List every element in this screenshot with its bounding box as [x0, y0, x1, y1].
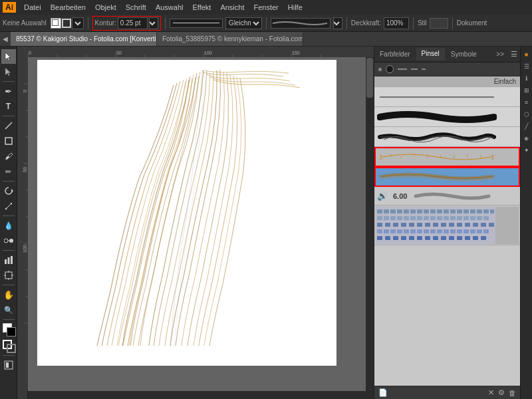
menu-auswahl[interactable]: Auswahl [152, 2, 188, 13]
tool-zoom[interactable]: 🔍 [1, 303, 16, 317]
stroke-type-select[interactable]: Gleichm. [225, 17, 262, 29]
tab-farbfelder[interactable]: Farbfelder [374, 49, 416, 60]
tool-type[interactable]: T [1, 99, 16, 114]
svg-rect-19 [17, 47, 374, 57]
new-brush-icon[interactable]: 📄 [378, 388, 388, 397]
tool-direct-selection[interactable] [1, 65, 16, 79]
panel-menu-icon[interactable]: ☰ [508, 50, 520, 59]
menu-effekt[interactable]: Effekt [188, 2, 215, 13]
kontur-unit-select[interactable]: ▾ [149, 17, 158, 29]
tab-2-label: Fotolia_53885975 © kennykieman - Fotolia… [162, 35, 303, 43]
brush-size-row[interactable]: 🔊 6.00 [374, 187, 520, 205]
graphic-styles-icon[interactable]: ✦ [521, 145, 532, 156]
menu-ansicht[interactable]: Ansicht [216, 2, 248, 13]
brush-dot-option[interactable] [378, 68, 382, 71]
menu-fenster[interactable]: Fenster [249, 2, 282, 13]
tab-pinsel[interactable]: Pinsel [416, 48, 446, 61]
layers-icon[interactable]: ☰ [521, 61, 532, 72]
svg-rect-81 [404, 216, 409, 220]
brush-list: Einfach [374, 76, 520, 386]
color-panel-icon[interactable]: ■ [521, 49, 532, 60]
svg-marker-2 [11, 189, 13, 193]
tool-sep-7 [3, 319, 15, 320]
svg-rect-99 [417, 223, 422, 227]
brush-dash-option-1[interactable] [398, 68, 407, 70]
canvas-scrollbar-horizontal[interactable] [28, 391, 366, 399]
tab-scroll-left[interactable]: ◀ [0, 35, 11, 43]
kontur-input[interactable] [118, 17, 148, 29]
brush-item-6[interactable] [374, 205, 520, 245]
tool-rectangle[interactable] [1, 134, 16, 148]
swatch-mode-select[interactable]: ▾ [72, 17, 84, 29]
tool-rotate[interactable] [1, 184, 16, 198]
tool-selection[interactable] [1, 49, 16, 64]
dokument-label: Dokument [457, 19, 487, 27]
delete-brush-icon[interactable]: ✕ [488, 388, 494, 397]
artboard[interactable] [37, 60, 336, 366]
tool-hand[interactable]: ✋ [1, 287, 16, 302]
stroke-bg-color[interactable] [7, 344, 16, 353]
brush-item-3[interactable] [374, 127, 520, 147]
tool-line[interactable] [1, 118, 16, 133]
align-icon[interactable]: ≡ [521, 97, 532, 108]
svg-rect-120 [450, 229, 456, 233]
menu-bearbeiten[interactable]: Bearbeiten [47, 2, 90, 13]
tool-blend[interactable] [1, 233, 16, 248]
menu-hilfe[interactable]: Hilfe [284, 2, 307, 13]
tab-2[interactable]: Fotolia_53885975 © kennykieman - Fotolia… [157, 32, 303, 47]
tool-sep-2 [3, 116, 15, 116]
svg-rect-113 [404, 229, 409, 233]
brush-dash-option-3[interactable] [422, 68, 426, 70]
fill-swatch[interactable] [51, 18, 61, 29]
tab-symbole[interactable]: Symbole [446, 49, 483, 60]
stil-preview[interactable] [430, 18, 448, 29]
opacity-input[interactable] [384, 17, 409, 29]
tool-pencil[interactable]: ✏ [1, 164, 16, 179]
brush-style-preview[interactable] [271, 18, 331, 29]
tool-paintbrush[interactable]: 🖌 [1, 149, 16, 164]
tool-eyedropper[interactable]: 💧 [1, 218, 16, 233]
transform-icon[interactable]: ⊞ [521, 85, 532, 96]
tool-pen[interactable]: ✒ [1, 84, 16, 98]
svg-rect-126 [377, 236, 382, 240]
background-color[interactable] [7, 327, 16, 336]
panel-expand-icon[interactable]: >> [492, 49, 508, 60]
brush-item-4[interactable] [374, 147, 520, 167]
tool-scale[interactable] [1, 199, 16, 213]
tool-screen-mode[interactable] [1, 358, 16, 372]
pathfinder-icon[interactable]: ⬡ [521, 109, 532, 120]
scroll-thumb-vertical[interactable] [366, 58, 373, 98]
svg-rect-84 [424, 216, 429, 220]
canvas-scrollbar-vertical[interactable] [366, 57, 374, 399]
brush-item-5[interactable] [374, 167, 520, 187]
menu-datei[interactable]: Datei [20, 2, 45, 13]
brush-filled-dot[interactable] [386, 65, 394, 73]
svg-rect-77 [377, 216, 382, 220]
info-icon[interactable]: ℹ [521, 73, 532, 84]
brush-select[interactable]: ▾ [333, 17, 342, 29]
hair-artwork [77, 66, 330, 346]
svg-rect-100 [425, 223, 430, 227]
svg-rect-102 [441, 223, 446, 227]
svg-rect-90 [464, 216, 469, 220]
menu-schrift[interactable]: Schrift [122, 2, 150, 13]
brush-item-2[interactable] [374, 107, 520, 127]
stroke-panel-icon[interactable]: ╱ [521, 121, 532, 132]
options-brush-icon[interactable]: ⚙ [498, 388, 505, 397]
tool-artboard[interactable] [1, 268, 16, 283]
fill-stroke-colors[interactable] [1, 322, 16, 336]
stroke-colors [1, 338, 16, 353]
brush-section-einfach: Einfach [374, 76, 520, 87]
tab-1[interactable]: 85537 © Kakigori Studio - Fotolia.com [K… [11, 32, 157, 47]
stroke-style-preview[interactable] [170, 19, 223, 28]
stroke-swatch[interactable] [62, 19, 71, 28]
appearance-icon[interactable]: ◈ [521, 133, 532, 144]
menu-objekt[interactable]: Objekt [91, 2, 120, 13]
svg-line-57 [480, 155, 481, 158]
tool-chart[interactable] [1, 253, 16, 267]
brush-item-1[interactable] [374, 87, 520, 107]
svg-text:100: 100 [23, 245, 27, 253]
brush-dash-option-2[interactable] [411, 68, 418, 70]
trash-brush-icon[interactable]: 🗑 [509, 389, 516, 397]
canvas-area[interactable]: 0 50 100 150 0 [17, 47, 374, 399]
